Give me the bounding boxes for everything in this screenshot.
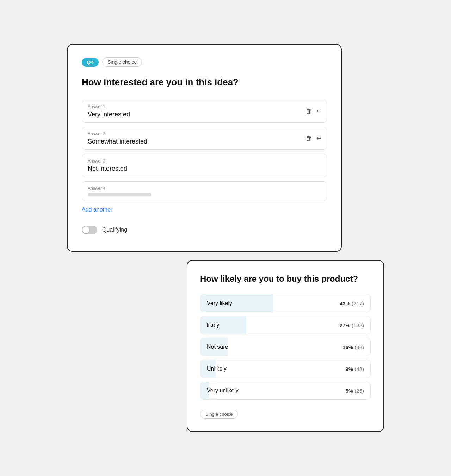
result-count-1: (217) xyxy=(352,300,364,306)
result-label-5: Very unlikely xyxy=(207,387,239,394)
result-row-5: Very unlikely5% (25) xyxy=(200,382,371,400)
result-label-4: Unlikely xyxy=(207,366,227,372)
result-row-1: Very likely43% (217) xyxy=(200,294,371,312)
answer-placeholder-4[interactable] xyxy=(88,193,151,196)
result-count-2: (133) xyxy=(352,322,364,328)
result-pct-1: 43% xyxy=(340,300,350,306)
qualifying-toggle[interactable] xyxy=(82,226,97,234)
delete-icon-2[interactable]: 🗑 xyxy=(306,135,312,142)
result-stats-4: 9% (43) xyxy=(345,366,364,372)
result-stats-5: 5% (25) xyxy=(345,388,364,394)
result-row-3: Not sure16% (82) xyxy=(200,338,371,356)
add-another-button[interactable]: Add another xyxy=(82,207,327,213)
question-type-badge: Single choice xyxy=(102,57,142,67)
answer-value-1[interactable]: Very interested xyxy=(88,111,321,118)
branch-icon-2[interactable]: ↩ xyxy=(316,134,322,142)
result-stats-2: 27% (133) xyxy=(340,322,364,328)
answer-box-2: Answer 2 Somewhat interested 🗑 ↩ xyxy=(82,127,327,150)
qualifying-label: Qualifying xyxy=(102,227,127,233)
answer-label-3: Answer 3 xyxy=(88,159,321,164)
answer-label-2: Answer 2 xyxy=(88,132,321,136)
result-count-4: (43) xyxy=(354,366,364,372)
answer-box-3: Answer 3 Not interested xyxy=(82,154,327,177)
answer-actions-1: 🗑 ↩ xyxy=(306,107,322,115)
result-type-badge: Single choice xyxy=(200,410,238,419)
question-editor-card: Q4 Single choice How interested are you … xyxy=(67,44,342,252)
q4-badge: Q4 xyxy=(82,58,99,67)
result-question: How likely are you to buy this product? xyxy=(200,273,371,284)
result-label-3: Not sure xyxy=(207,344,228,350)
result-stats-1: 43% (217) xyxy=(340,300,364,306)
result-label-1: Very likely xyxy=(207,300,232,306)
result-label-2: likely xyxy=(207,322,220,328)
question-text: How interested are you in this idea? xyxy=(82,77,327,89)
result-row-4: Unlikely9% (43) xyxy=(200,360,371,378)
result-pct-2: 27% xyxy=(340,322,350,328)
result-count-3: (82) xyxy=(354,344,364,350)
result-stats-3: 16% (82) xyxy=(342,344,364,350)
result-pct-4: 9% xyxy=(345,366,353,372)
result-pct-3: 16% xyxy=(342,344,353,350)
answer-value-2[interactable]: Somewhat interested xyxy=(88,138,321,145)
result-pct-5: 5% xyxy=(345,388,353,394)
answer-actions-2: 🗑 ↩ xyxy=(306,134,322,142)
answer-box-1: Answer 1 Very interested 🗑 ↩ xyxy=(82,100,327,123)
result-count-5: (25) xyxy=(354,388,364,394)
branch-icon-1[interactable]: ↩ xyxy=(316,107,322,115)
answer-box-4: Answer 4 xyxy=(82,181,327,201)
delete-icon-1[interactable]: 🗑 xyxy=(306,108,312,115)
toggle-knob xyxy=(82,226,89,233)
answer-label-4: Answer 4 xyxy=(88,186,321,191)
card-header: Q4 Single choice xyxy=(82,57,327,67)
answer-value-3[interactable]: Not interested xyxy=(88,165,321,172)
result-row-2: likely27% (133) xyxy=(200,316,371,334)
results-card: How likely are you to buy this product? … xyxy=(187,260,384,432)
answer-label-1: Answer 1 xyxy=(88,104,321,109)
qualifying-row: Qualifying xyxy=(82,226,327,234)
results-list: Very likely43% (217)likely27% (133)Not s… xyxy=(200,294,371,400)
